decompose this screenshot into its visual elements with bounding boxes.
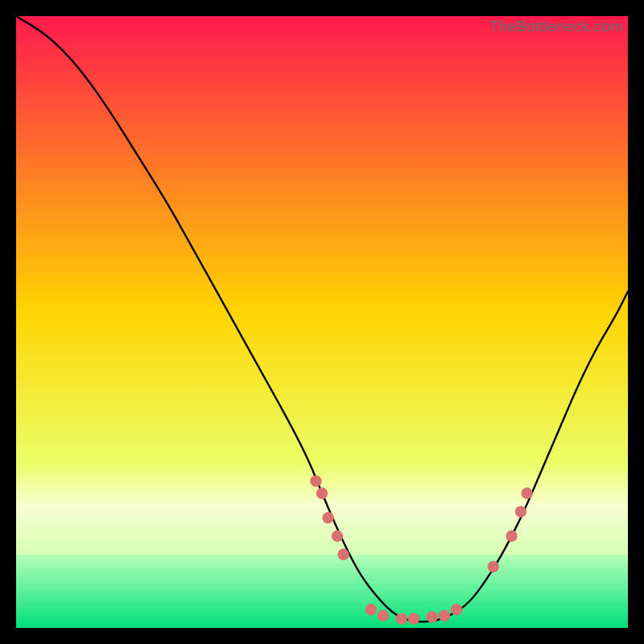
marker-dot bbox=[439, 610, 450, 621]
marker-dot bbox=[408, 613, 419, 624]
marker-dot bbox=[378, 610, 389, 621]
marker-dot bbox=[488, 561, 499, 572]
marker-dot bbox=[521, 488, 532, 499]
chart-frame: TheBottleneck.com bbox=[16, 16, 628, 628]
marker-dot bbox=[316, 488, 328, 499]
bottleneck-chart bbox=[16, 16, 628, 628]
marker-dot bbox=[396, 613, 407, 624]
watermark-text: TheBottleneck.com bbox=[489, 18, 623, 35]
marker-dot bbox=[451, 604, 462, 615]
marker-dot bbox=[337, 549, 349, 560]
marker-dot bbox=[310, 475, 321, 486]
marker-dot bbox=[332, 530, 343, 542]
marker-dot bbox=[515, 506, 526, 517]
marker-dot bbox=[427, 611, 438, 622]
marker-dot bbox=[365, 604, 377, 615]
marker-dot bbox=[506, 530, 517, 542]
marker-dot bbox=[322, 512, 333, 523]
